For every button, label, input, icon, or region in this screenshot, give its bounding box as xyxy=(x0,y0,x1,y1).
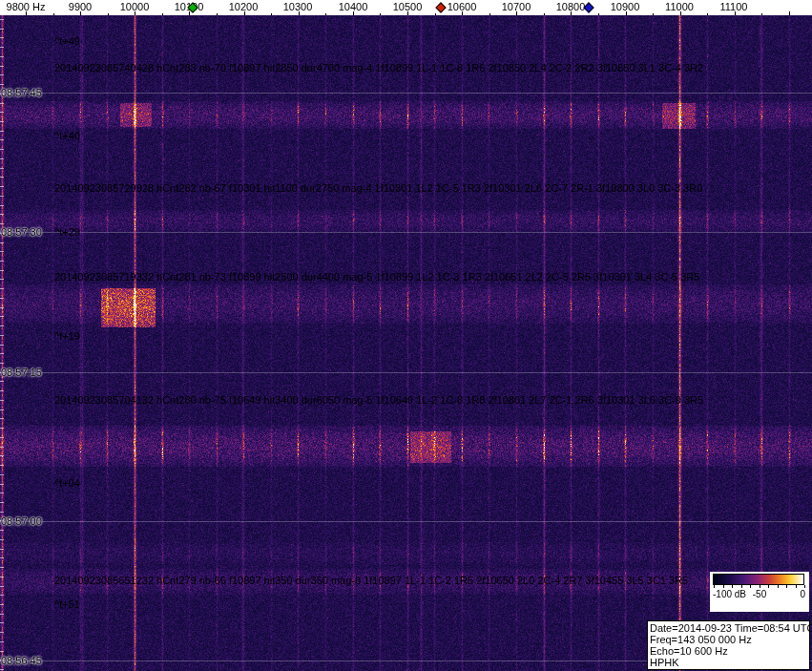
freq-tick xyxy=(26,11,27,15)
echo-frequency-line: Echo=10 600 Hz xyxy=(650,645,807,657)
freq-label: 10900 xyxy=(611,1,640,12)
freq-tick xyxy=(707,13,708,15)
db-max-label: 0 xyxy=(800,589,805,599)
time-offset-tag: ^t+04 xyxy=(54,477,80,489)
freq-tick xyxy=(353,11,354,15)
freq-tick xyxy=(325,13,326,15)
legend-tick xyxy=(804,585,805,588)
freq-tick xyxy=(135,11,135,15)
time-offset-tag: ^t+51 xyxy=(54,598,80,610)
freq-tick xyxy=(53,13,54,15)
time-offset-tag: ^t+29 xyxy=(54,226,80,238)
freq-tick xyxy=(653,13,654,15)
freq-tick xyxy=(108,13,109,15)
detection-event-line: 20140923085719332 hCnt281 nb-73 f10899 h… xyxy=(54,271,699,283)
freq-tick xyxy=(680,11,681,15)
legend-tick xyxy=(768,585,769,588)
freq-tick xyxy=(162,13,163,15)
time-label: 08:57:15 xyxy=(1,367,42,378)
frequency-line: Freq=143 050 000 Hz xyxy=(650,634,807,645)
time-offset-tag: ^t+19 xyxy=(54,330,80,342)
freq-tick xyxy=(435,13,436,15)
date-time-line: Date=2014-09-23 Time=08:54 UTC xyxy=(650,622,807,634)
detection-event-line: 20140923085729928 hCnt282 nb-67 f10301 h… xyxy=(54,182,702,194)
freq-tick xyxy=(271,13,272,15)
time-label: 08:56:45 xyxy=(1,655,42,666)
legend-tick xyxy=(732,585,733,588)
legend-tick xyxy=(723,585,724,588)
legend-tick xyxy=(786,585,787,588)
legend-tick xyxy=(750,585,751,588)
red-diamond-marker[interactable] xyxy=(435,2,446,12)
time-offset-tag: ^t+40 xyxy=(54,130,80,141)
time-label: 08:57:45 xyxy=(1,87,42,98)
freq-tick xyxy=(244,11,245,15)
freq-tick xyxy=(516,11,517,15)
freq-tick xyxy=(380,13,381,15)
db-mid-label: -50 xyxy=(753,589,766,599)
annotation-overlay: 08:57:4508:57:3008:57:1508:57:0008:56:45… xyxy=(0,0,812,671)
freq-tick xyxy=(299,11,300,15)
legend-tick xyxy=(796,585,797,588)
freq-label: 10200 xyxy=(229,1,259,12)
freq-label: 10300 xyxy=(283,1,313,12)
freq-tick xyxy=(626,11,627,15)
legend-tick xyxy=(741,585,742,588)
freq-tick xyxy=(80,11,81,15)
color-scale-legend: -100 dB -50 0 xyxy=(710,572,809,612)
status-info-box: Date=2014-09-23 Time=08:54 UTC Freq=143 … xyxy=(647,620,810,670)
time-label: 08:57:30 xyxy=(1,226,42,238)
frequency-ruler: 9800 Hz990010000101001020010300104001050… xyxy=(0,0,812,15)
time-offset-tag: ^t+49 xyxy=(54,35,80,47)
color-scale-labels: -100 dB -50 0 xyxy=(713,589,806,600)
freq-label: 11100 xyxy=(720,1,748,12)
freq-tick xyxy=(598,13,599,15)
freq-tick xyxy=(761,13,762,15)
station-code-line: HPHK xyxy=(650,657,807,668)
spectrogram-window: 9800 Hz990010000101001020010300104001050… xyxy=(0,0,812,671)
freq-tick xyxy=(544,13,545,15)
detection-event-line: 20140923085651232 hCnt279 nb-66 f10897 h… xyxy=(54,575,688,586)
freq-tick xyxy=(735,11,736,15)
freq-tick xyxy=(489,13,490,15)
freq-tick xyxy=(789,11,790,15)
db-min-label: -100 dB xyxy=(713,589,746,599)
freq-tick xyxy=(462,11,463,15)
freq-tick xyxy=(189,11,190,15)
color-scale-gradient xyxy=(713,574,804,585)
freq-tick xyxy=(217,13,218,15)
freq-label: 11000 xyxy=(665,1,694,12)
time-label: 08:57:00 xyxy=(1,515,42,527)
legend-tick xyxy=(778,585,779,588)
freq-tick xyxy=(571,11,572,15)
legend-tick xyxy=(760,585,760,588)
freq-tick xyxy=(407,11,408,15)
detection-event-line: 20140923085704132 hCnt280 nb-75 f10649 h… xyxy=(54,394,703,406)
legend-tick xyxy=(714,585,715,588)
detection-event-line: 20140923085740428 hCnt283 nb-70 f10897 h… xyxy=(54,62,703,73)
